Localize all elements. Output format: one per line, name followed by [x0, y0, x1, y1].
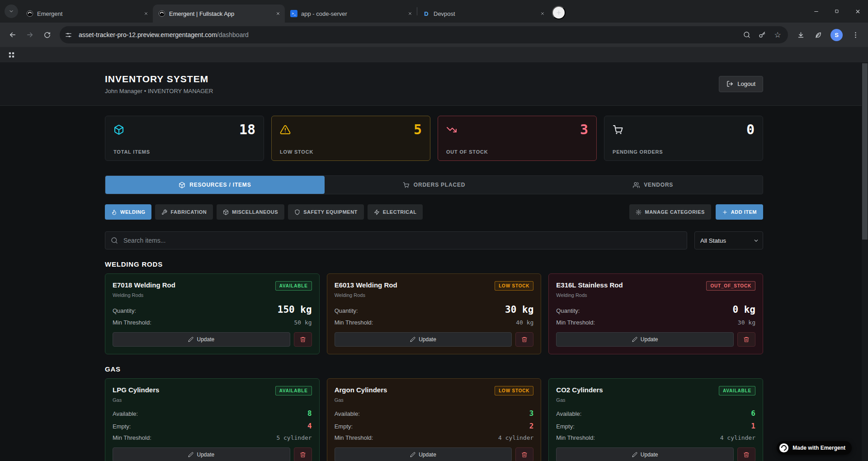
apps-grid-icon[interactable]	[5, 49, 17, 61]
search-input[interactable]	[105, 231, 687, 249]
browser-tab[interactable]: >_ app - code-server	[285, 5, 417, 23]
delete-button[interactable]	[294, 332, 312, 347]
browser-tab[interactable]: D Devpost	[417, 5, 549, 23]
delete-button[interactable]	[737, 447, 755, 461]
threshold-value: 30 kg	[738, 319, 755, 326]
status-badge: LOW STOCK	[495, 386, 533, 395]
minimize-button[interactable]	[806, 0, 826, 23]
profile-avatar[interactable]: S	[830, 29, 843, 41]
trending-down-icon	[446, 124, 457, 135]
pencil-icon	[410, 452, 415, 457]
delete-button[interactable]	[294, 447, 312, 461]
tab-vendors[interactable]: VENDORS	[543, 176, 763, 194]
page-title: INVENTORY SYSTEM	[105, 74, 213, 85]
update-button[interactable]: Update	[556, 332, 734, 347]
logout-icon	[726, 80, 733, 87]
pencil-icon	[632, 337, 637, 342]
status-badge: AVAILABLE	[275, 281, 312, 291]
maximize-button[interactable]	[826, 0, 847, 23]
update-button[interactable]: Update	[113, 332, 290, 347]
item-card-e316l: E316L Stainless Rod OUT_OF_STOCK Welding…	[548, 273, 763, 354]
update-button[interactable]: Update	[335, 332, 512, 347]
site-info-icon[interactable]	[61, 28, 75, 42]
user-role-subtitle: John Manager • INVENTORY MANAGER	[105, 88, 213, 94]
quantity-value: 150 kg	[278, 304, 312, 315]
available-value: 8	[307, 409, 312, 418]
item-card-lpg: LPG Cylinders AVAILABLE Gas Available: 8…	[105, 378, 320, 461]
category-miscellaneous[interactable]: MISCELLANEOUS	[217, 204, 284, 220]
delete-button[interactable]	[515, 332, 533, 347]
search-icon	[111, 237, 118, 244]
url-text[interactable]: asset-tracker-pro-12.preview.emergentage…	[79, 31, 249, 38]
stat-card-low-stock: 5 LOW STOCK	[271, 116, 430, 161]
wrench-icon	[161, 209, 167, 215]
item-category: Gas	[556, 397, 755, 403]
trash-icon	[300, 336, 306, 343]
browser-tab-active[interactable]: Emergent | Fullstack App	[153, 5, 285, 23]
zap-icon	[374, 209, 380, 215]
eco-leaf-icon[interactable]	[810, 27, 826, 43]
devpost-favicon: D	[423, 10, 430, 17]
trash-icon	[743, 452, 750, 458]
delete-button[interactable]	[515, 447, 533, 461]
main-tabs: RESOURCES / ITEMS ORDERS PLACED VENDORS	[105, 175, 763, 194]
package-icon	[179, 182, 185, 188]
tab-close-icon[interactable]	[538, 9, 547, 18]
zoom-search-icon[interactable]	[740, 28, 754, 42]
stat-value: 0	[746, 123, 755, 136]
app-header: INVENTORY SYSTEM John Manager • INVENTOR…	[0, 62, 868, 106]
status-badge: OUT_OF_STOCK	[706, 281, 755, 291]
status-filter-select[interactable]: All Status	[694, 231, 763, 249]
empty-value: 1	[751, 422, 755, 430]
close-button[interactable]	[847, 0, 868, 23]
add-item-button[interactable]: ADD ITEM	[716, 204, 763, 220]
bookmark-star-icon[interactable]: ☆	[771, 28, 784, 42]
tab-title: Emergent	[37, 10, 138, 17]
tab-close-icon[interactable]	[142, 9, 150, 18]
download-icon[interactable]	[793, 27, 809, 43]
threshold-value: 4 cylinder	[720, 434, 755, 441]
scrollbar-thumb[interactable]	[862, 63, 868, 240]
tab-close-icon[interactable]	[406, 9, 414, 18]
category-welding[interactable]: WELDING	[105, 204, 151, 220]
back-icon[interactable]	[5, 27, 21, 43]
update-button[interactable]: Update	[335, 447, 512, 461]
item-category: Welding Rods	[113, 292, 312, 298]
shopping-cart-icon	[403, 182, 410, 188]
item-name: E6013 Welding Rod	[335, 281, 397, 289]
package-icon	[113, 124, 124, 135]
item-name: CO2 Cylinders	[556, 386, 603, 394]
stat-label: PENDING ORDERS	[613, 149, 755, 155]
page-scrollbar[interactable]	[862, 62, 868, 461]
category-electrical[interactable]: ELECTRICAL	[368, 204, 423, 220]
manage-categories-button[interactable]: MANAGE CATEGORIES	[629, 204, 711, 220]
flame-icon	[111, 209, 117, 215]
delete-button[interactable]	[737, 332, 755, 347]
forward-icon[interactable]	[22, 27, 38, 43]
tab-search-button[interactable]	[5, 5, 18, 18]
password-key-icon[interactable]	[755, 28, 769, 42]
browser-toolbar: asset-tracker-pro-12.preview.emergentage…	[0, 23, 868, 47]
item-name: Argon Cylinders	[335, 386, 387, 394]
new-tab-button[interactable]	[552, 6, 566, 19]
address-bar[interactable]: asset-tracker-pro-12.preview.emergentage…	[60, 26, 788, 43]
quantity-value: 30 kg	[505, 304, 533, 315]
category-filter-row: WELDING FABRICATION MISCELLANEOUS SAFETY…	[105, 204, 763, 220]
stat-label: TOTAL ITEMS	[113, 149, 255, 155]
browser-menu-icon[interactable]	[847, 27, 863, 43]
category-safety-equipment[interactable]: SAFETY EQUIPMENT	[288, 204, 364, 220]
browser-tab[interactable]: Emergent	[21, 5, 153, 23]
logout-button[interactable]: Logout	[719, 76, 763, 92]
tab-close-icon[interactable]	[274, 9, 282, 18]
category-fabrication[interactable]: FABRICATION	[155, 204, 213, 220]
made-with-emergent-badge[interactable]: Made with Emergent	[777, 441, 852, 455]
tab-orders-placed[interactable]: ORDERS PLACED	[325, 176, 544, 194]
update-button[interactable]: Update	[113, 447, 290, 461]
reload-icon[interactable]	[39, 27, 55, 43]
item-category: Welding Rods	[556, 292, 755, 298]
update-button[interactable]: Update	[556, 447, 734, 461]
tab-resources-items[interactable]: RESOURCES / ITEMS	[105, 176, 325, 194]
browser-window: Emergent Emergent | Fullstack App >_ app…	[0, 0, 868, 62]
code-server-favicon: >_	[290, 10, 297, 17]
status-badge: LOW STOCK	[495, 281, 533, 291]
